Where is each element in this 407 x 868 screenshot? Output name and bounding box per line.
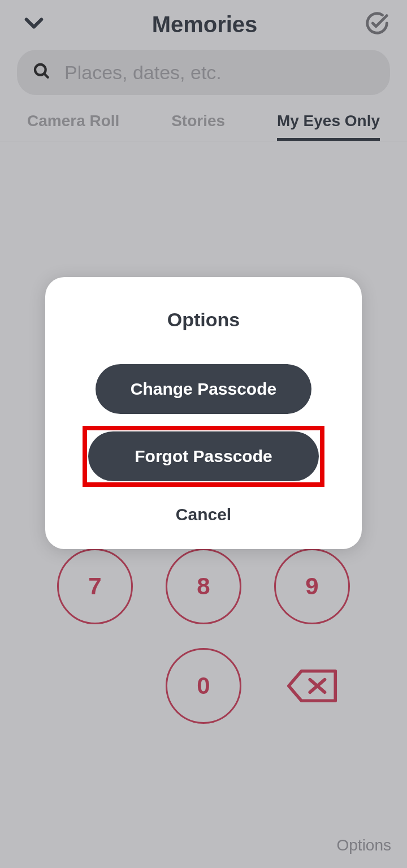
tab-my-eyes-only[interactable]: My Eyes Only: [277, 105, 380, 141]
tabs: Camera Roll Stories My Eyes Only: [0, 105, 407, 141]
change-passcode-button[interactable]: Change Passcode: [96, 364, 311, 414]
keypad-7[interactable]: 7: [57, 549, 133, 624]
keypad-8[interactable]: 8: [166, 549, 241, 624]
search-input[interactable]: Places, dates, etc.: [17, 50, 390, 95]
options-link[interactable]: Options: [337, 836, 392, 854]
search-icon: [33, 62, 51, 83]
passcode-keypad: 7 8 9 0: [0, 549, 407, 724]
svg-line-1: [44, 74, 48, 77]
change-passcode-wrap: Change Passcode: [90, 359, 317, 419]
keypad-spacer: [57, 648, 133, 724]
chevron-down-icon[interactable]: [23, 12, 45, 37]
tab-stories[interactable]: Stories: [171, 105, 225, 141]
page-title: Memories: [45, 12, 364, 37]
options-modal: Options Change Passcode Forgot Passcode …: [45, 277, 362, 549]
tab-camera-roll[interactable]: Camera Roll: [27, 105, 119, 141]
search-placeholder: Places, dates, etc.: [64, 62, 222, 84]
cancel-button[interactable]: Cancel: [176, 505, 231, 524]
keypad-backspace[interactable]: [274, 648, 350, 724]
keypad-0[interactable]: 0: [166, 648, 241, 724]
forgot-passcode-highlight: Forgot Passcode: [83, 426, 324, 487]
keypad-9[interactable]: 9: [274, 549, 350, 624]
modal-title: Options: [167, 309, 240, 331]
header: Memories: [0, 0, 407, 50]
select-check-icon[interactable]: [364, 10, 390, 38]
forgot-passcode-button[interactable]: Forgot Passcode: [88, 431, 319, 481]
